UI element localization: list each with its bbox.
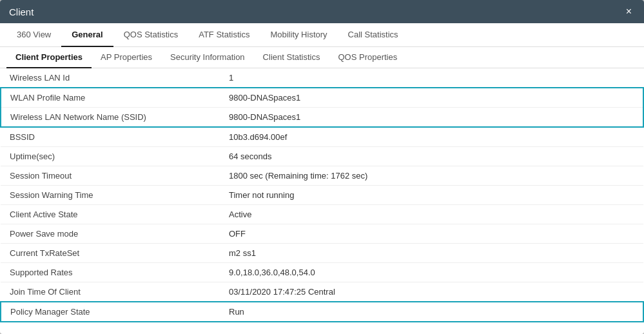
property-label: Current TxRateSet <box>1 244 220 263</box>
property-label: Policy Manager State <box>1 302 220 322</box>
top-tab-call_statistics[interactable]: Call Statistics <box>338 23 409 47</box>
property-label: Session Timeout <box>1 166 220 186</box>
client-modal: Client × 360 ViewGeneralQOS StatisticsAT… <box>0 0 644 334</box>
table-row: Power Save modeOFF <box>1 224 643 244</box>
table-row: Client Active StateActive <box>1 205 643 224</box>
property-value: 03/11/2020 17:47:25 Central <box>220 282 643 302</box>
modal-header: Client × <box>0 0 644 23</box>
top-tab-360view[interactable]: 360 View <box>6 23 61 47</box>
top-tab-qos_statistics[interactable]: QOS Statistics <box>113 23 189 47</box>
property-label: Wireless LAN Id <box>1 68 220 88</box>
table-row: Join Time Of Client03/11/2020 17:47:25 C… <box>1 282 643 302</box>
property-value: Timer not running <box>220 186 643 205</box>
top-tab-atf_statistics[interactable]: ATF Statistics <box>188 23 260 47</box>
sub-tab-client_properties[interactable]: Client Properties <box>6 47 92 68</box>
top-tab-mobility_history[interactable]: Mobility History <box>260 23 337 47</box>
table-row: WLAN Profile Name9800-DNASpaces1 <box>1 88 643 108</box>
property-label: Wireless LAN Network Name (SSID) <box>1 108 220 128</box>
top-tab-bar: 360 ViewGeneralQOS StatisticsATF Statist… <box>0 23 644 47</box>
property-label: WLAN Profile Name <box>1 88 220 108</box>
property-label: Client Active State <box>1 205 220 224</box>
property-value: 9800-DNASpaces1 <box>220 88 643 108</box>
table-row: BSSID10b3.d694.00ef <box>1 127 643 147</box>
sub-tab-security_information[interactable]: Security Information <box>161 47 254 68</box>
table-row: Policy Manager StateRun <box>1 302 643 322</box>
property-value: OFF <box>220 224 643 244</box>
table-row: Session Warning TimeTimer not running <box>1 186 643 205</box>
table-row: Current TxRateSetm2 ss1 <box>1 244 643 263</box>
sub-tab-bar: Client PropertiesAP PropertiesSecurity I… <box>0 47 644 68</box>
sub-tab-qos_properties[interactable]: QOS Properties <box>329 47 406 68</box>
properties-table: Wireless LAN Id1WLAN Profile Name9800-DN… <box>0 68 644 322</box>
property-value: Active <box>220 205 643 224</box>
table-row: Supported Rates9.0,18.0,36.0,48.0,54.0 <box>1 263 643 282</box>
property-value: Run <box>220 302 643 322</box>
property-label: BSSID <box>1 127 220 147</box>
properties-table-container[interactable]: Wireless LAN Id1WLAN Profile Name9800-DN… <box>0 68 644 334</box>
sub-tab-client_statistics[interactable]: Client Statistics <box>254 47 329 68</box>
property-value: m2 ss1 <box>220 244 643 263</box>
table-row: Wireless LAN Id1 <box>1 68 643 88</box>
property-value: 64 seconds <box>220 147 643 166</box>
property-label: Session Warning Time <box>1 186 220 205</box>
property-label: Supported Rates <box>1 263 220 282</box>
content-area: Wireless LAN Id1WLAN Profile Name9800-DN… <box>0 68 644 334</box>
sub-tab-ap_properties[interactable]: AP Properties <box>92 47 161 68</box>
property-value: 9800-DNASpaces1 <box>220 108 643 128</box>
property-value: 1800 sec (Remaining time: 1762 sec) <box>220 166 643 186</box>
property-label: Join Time Of Client <box>1 282 220 302</box>
property-label: Power Save mode <box>1 224 220 244</box>
top-tab-general[interactable]: General <box>61 23 113 47</box>
property-label: Uptime(sec) <box>1 147 220 166</box>
table-row: Uptime(sec)64 seconds <box>1 147 643 166</box>
property-value: 9.0,18.0,36.0,48.0,54.0 <box>220 263 643 282</box>
table-row: Wireless LAN Network Name (SSID)9800-DNA… <box>1 108 643 128</box>
modal-close-button[interactable]: × <box>623 5 635 18</box>
property-value: 10b3.d694.00ef <box>220 127 643 147</box>
table-row: Session Timeout1800 sec (Remaining time:… <box>1 166 643 186</box>
modal-title: Client <box>9 6 34 17</box>
property-value: 1 <box>220 68 643 88</box>
